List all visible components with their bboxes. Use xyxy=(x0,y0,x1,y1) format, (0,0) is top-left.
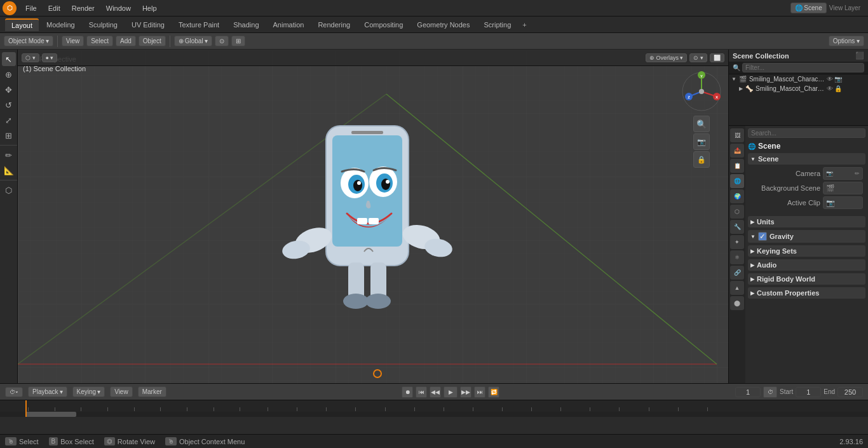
timeline-ruler[interactable]: 10 20 30 40 50 60 70 80 90 100 110 120 1… xyxy=(0,400,868,417)
outliner-item-0[interactable]: ▼ 🎬 Smiling_Mascot_Character_JP 👁 📷 xyxy=(729,74,868,84)
record-btn[interactable]: ⏺ xyxy=(402,386,413,398)
props-tab-data[interactable]: ▲ xyxy=(730,281,744,295)
props-tab-output[interactable]: 📤 xyxy=(730,144,744,158)
props-tab-physics[interactable]: ⚛ xyxy=(730,250,744,264)
menu-help[interactable]: Help xyxy=(137,3,162,13)
skip-end-btn[interactable]: ⏭ xyxy=(474,386,485,398)
end-frame-input[interactable] xyxy=(837,387,863,397)
viewport-shading-type[interactable]: ● ▾ xyxy=(42,53,58,62)
next-frame-btn[interactable]: ▶▶ xyxy=(460,386,471,398)
tab-shading[interactable]: Shading xyxy=(227,19,265,31)
eye-icon-1[interactable]: 👁 xyxy=(827,85,833,92)
tool-transform[interactable]: ⊞ xyxy=(2,128,16,142)
tab-modeling[interactable]: Modeling xyxy=(40,19,81,31)
proportional-edit[interactable]: ⊞ xyxy=(231,36,245,46)
viewport-gizmos-btn[interactable]: ⊙ ▾ xyxy=(689,53,707,62)
tab-layout[interactable]: Layout xyxy=(5,18,39,31)
timeline-mode-btn[interactable]: ⏱▾ xyxy=(5,387,23,397)
viewport-3d[interactable]: User Perspective (1) Scene Collection ⬡ … xyxy=(18,50,728,383)
view-menu[interactable]: View xyxy=(62,36,85,46)
timeline-scrollbar[interactable] xyxy=(0,412,868,417)
props-tab-material[interactable]: ⬤ xyxy=(730,296,744,310)
props-tab-render[interactable]: 🖼 xyxy=(730,128,744,142)
fps-btn[interactable]: ⏱ xyxy=(763,386,777,398)
scene-selector[interactable]: 🌐 Scene xyxy=(790,3,827,13)
rigid-body-header[interactable]: ▶ Rigid Body World xyxy=(748,273,865,285)
outliner-search-input[interactable] xyxy=(742,63,864,72)
lock-view-btn[interactable]: 🔒 xyxy=(693,151,710,168)
tool-select[interactable]: ↖ xyxy=(2,52,16,66)
scene-section-header[interactable]: ▼ Scene xyxy=(748,153,865,165)
tab-sculpting[interactable]: Sculpting xyxy=(83,19,124,31)
play-btn[interactable]: ▶ xyxy=(444,386,458,398)
marker-btn[interactable]: Marker xyxy=(138,386,166,397)
tool-add[interactable]: ⬡ xyxy=(2,183,16,197)
viewport-xray-btn[interactable]: ⬜ xyxy=(710,53,724,62)
tab-animation[interactable]: Animation xyxy=(267,19,311,31)
add-workspace-tab[interactable]: + xyxy=(519,20,530,30)
outliner-filter-btn[interactable]: ⬛ xyxy=(855,51,864,60)
tab-geometry-nodes[interactable]: Geometry Nodes xyxy=(410,19,476,31)
keying-btn[interactable]: Keying ▾ xyxy=(72,386,105,397)
props-tab-view-layer[interactable]: 📋 xyxy=(730,159,744,173)
props-tab-object[interactable]: ⬡ xyxy=(730,205,744,219)
blender-logo[interactable]: ⬡ xyxy=(3,1,17,15)
background-scene-field[interactable]: 🎬 xyxy=(823,182,863,194)
scene-props-icon: 🌐 xyxy=(748,143,756,150)
scrollbar-thumb[interactable] xyxy=(25,412,76,417)
tool-move[interactable]: ✥ xyxy=(2,83,16,97)
select-menu[interactable]: Select xyxy=(86,36,113,46)
nav-gizmo[interactable]: Y X Z xyxy=(681,71,722,112)
add-menu[interactable]: Add xyxy=(116,36,136,46)
object-menu[interactable]: Object xyxy=(139,36,166,46)
zoom-in-btn[interactable]: 🔍 xyxy=(693,116,710,132)
skip-start-btn[interactable]: ⏮ xyxy=(416,386,427,398)
eye-icon-0[interactable]: 👁 xyxy=(827,76,833,83)
outliner-item-1[interactable]: ▶ 🦴 Smiling_Mascot_Characte 👁 🔒 xyxy=(729,84,868,93)
viewport-view-mode[interactable]: ⬡ ▾ xyxy=(22,53,39,62)
camera-field[interactable]: 📷 ✏ xyxy=(823,167,863,180)
options-btn[interactable]: Options ▾ xyxy=(829,36,864,46)
lock-icon-1[interactable]: 🔒 xyxy=(834,85,842,92)
tab-compositing[interactable]: Compositing xyxy=(358,19,409,31)
tool-annotate[interactable]: ✏ xyxy=(2,148,16,162)
audio-section-header[interactable]: ▶ Audio xyxy=(748,259,865,271)
tool-rotate[interactable]: ↺ xyxy=(2,98,16,112)
timeline-view-btn[interactable]: View xyxy=(110,386,133,397)
prev-frame-btn[interactable]: ◀◀ xyxy=(430,386,441,398)
viewport-overlays-btn[interactable]: ⊕ Overlays ▾ xyxy=(646,53,688,62)
menu-edit[interactable]: Edit xyxy=(43,3,65,13)
props-tab-modifier[interactable]: 🔧 xyxy=(730,220,744,234)
menu-render[interactable]: Render xyxy=(67,3,100,13)
gravity-section-header[interactable]: ▼ ✓ Gravity xyxy=(748,230,865,243)
props-tab-world[interactable]: 🌍 xyxy=(730,189,744,203)
camera-view-btn[interactable]: 📷 xyxy=(693,133,710,150)
active-clip-field[interactable]: 📷 xyxy=(823,196,863,209)
current-frame-input[interactable] xyxy=(735,387,761,397)
menu-file[interactable]: File xyxy=(20,3,42,13)
tab-texture-paint[interactable]: Texture Paint xyxy=(172,19,226,31)
camera-field-edit-icon[interactable]: ✏ xyxy=(855,170,860,177)
tool-cursor[interactable]: ⊕ xyxy=(2,67,16,81)
tab-rendering[interactable]: Rendering xyxy=(311,19,356,31)
start-frame-input[interactable] xyxy=(796,387,821,397)
props-tab-constraints[interactable]: 🔗 xyxy=(730,266,744,280)
camera-icon-0[interactable]: 📷 xyxy=(834,76,842,83)
transform-orientation[interactable]: ⊕ Global ▾ xyxy=(174,36,212,46)
menu-window[interactable]: Window xyxy=(101,3,136,13)
tool-scale[interactable]: ⤢ xyxy=(2,113,16,127)
playback-btn[interactable]: Playback ▾ xyxy=(28,386,67,397)
tool-measure[interactable]: 📐 xyxy=(2,163,16,177)
props-tab-scene[interactable]: 🌐 xyxy=(730,174,744,188)
keying-sets-header[interactable]: ▶ Keying Sets xyxy=(748,245,865,257)
tab-uv-editing[interactable]: UV Editing xyxy=(125,19,171,31)
props-search-input[interactable] xyxy=(748,128,865,138)
units-section-header[interactable]: ▶ Units xyxy=(748,216,865,227)
tab-scripting[interactable]: Scripting xyxy=(477,19,517,31)
loop-btn[interactable]: 🔁 xyxy=(488,386,499,398)
gravity-checkbox[interactable]: ✓ xyxy=(758,232,767,241)
props-tab-particles[interactable]: ✦ xyxy=(730,235,744,249)
mode-selector[interactable]: Object Mode ▾ xyxy=(4,36,53,46)
custom-props-header[interactable]: ▶ Custom Properties xyxy=(748,287,865,299)
snap-btn[interactable]: ⊙ xyxy=(215,36,229,46)
